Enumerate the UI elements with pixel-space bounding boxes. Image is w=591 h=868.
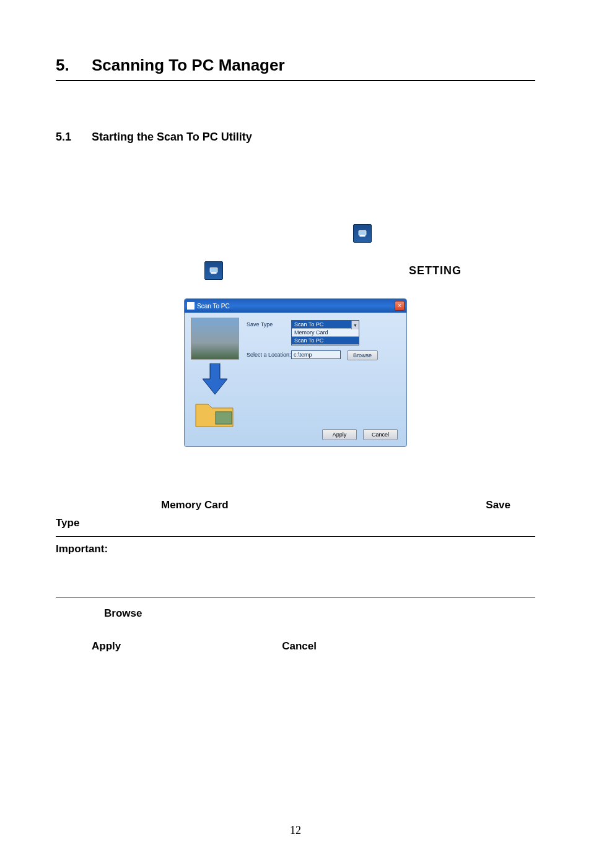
divider [56, 536, 535, 537]
type-text: Type [56, 514, 535, 532]
svg-rect-2 [210, 268, 217, 273]
location-label: Select a Location: [247, 350, 291, 358]
dropdown-option[interactable]: Scan To PC [292, 337, 359, 345]
tray-icon [353, 224, 372, 243]
dialog-container: Scan To PC × Save Type [56, 298, 535, 447]
setting-row: SETTING [56, 261, 535, 280]
save-type-label: Save Type [247, 320, 291, 328]
subsection-number: 5.1 [56, 131, 92, 144]
setting-label: SETTING [409, 264, 462, 277]
svg-rect-1 [360, 235, 366, 237]
dialog-icon [187, 302, 195, 310]
save-text: Save [486, 497, 510, 514]
arrow-down-icon [203, 363, 227, 394]
preview-photo-top [191, 318, 239, 360]
cancel-text: Cancel [282, 638, 317, 656]
apply-button[interactable]: Apply [322, 429, 357, 440]
dialog-titlebar: Scan To PC × [185, 299, 406, 313]
subsection-title: Starting the Scan To PC Utility [92, 131, 252, 143]
dropdown-option[interactable]: Scan To PC [292, 321, 359, 329]
page-number: 12 [0, 824, 591, 837]
svg-rect-3 [211, 272, 217, 274]
subsection-heading: 5.1Starting the Scan To PC Utility [56, 131, 535, 144]
save-type-row: Save Type ▼ Scan To PC Memory Card Scan … [247, 320, 400, 345]
cancel-button[interactable]: Cancel [363, 429, 398, 440]
dialog-title: Scan To PC [197, 303, 230, 310]
svg-rect-0 [359, 231, 366, 236]
apply-cancel-line: Apply Cancel [56, 638, 535, 656]
dialog-buttons: Apply Cancel [322, 429, 398, 440]
location-field[interactable]: c:\temp [291, 350, 341, 359]
svg-rect-4 [216, 412, 232, 424]
browse-button[interactable]: Browse [347, 350, 378, 360]
memory-card-line: Memory Card Save [56, 497, 535, 514]
location-row: Select a Location: c:\temp Browse [247, 350, 400, 360]
scanner-icon [357, 228, 368, 239]
scanner-icon [208, 265, 219, 276]
dialog-body: Save Type ▼ Scan To PC Memory Card Scan … [185, 313, 406, 446]
apply-text: Apply [92, 638, 121, 656]
tray-icon-row [56, 224, 535, 243]
dialog-form: Save Type ▼ Scan To PC Memory Card Scan … [247, 320, 400, 365]
scan-to-pc-dialog: Scan To PC × Save Type [184, 298, 407, 447]
dropdown-option[interactable]: Memory Card [292, 329, 359, 337]
important-label: Important: [56, 540, 535, 558]
save-type-dropdown[interactable]: ▼ Scan To PC Memory Card Scan To PC [291, 320, 359, 345]
section-number: 5. [56, 56, 92, 75]
chevron-down-icon[interactable]: ▼ [351, 321, 359, 329]
section-title: Scanning To PC Manager [92, 56, 285, 74]
body-text-block: Memory Card Save Type Important: Browse … [56, 497, 535, 655]
memory-card-text: Memory Card [161, 497, 229, 514]
tray-icon [204, 261, 223, 280]
browse-text: Browse [56, 605, 535, 623]
section-heading: 5.Scanning To PC Manager [56, 56, 535, 81]
dialog-preview-column [191, 318, 239, 441]
divider [56, 597, 535, 597]
close-icon[interactable]: × [395, 301, 405, 311]
folder-icon [193, 398, 237, 429]
